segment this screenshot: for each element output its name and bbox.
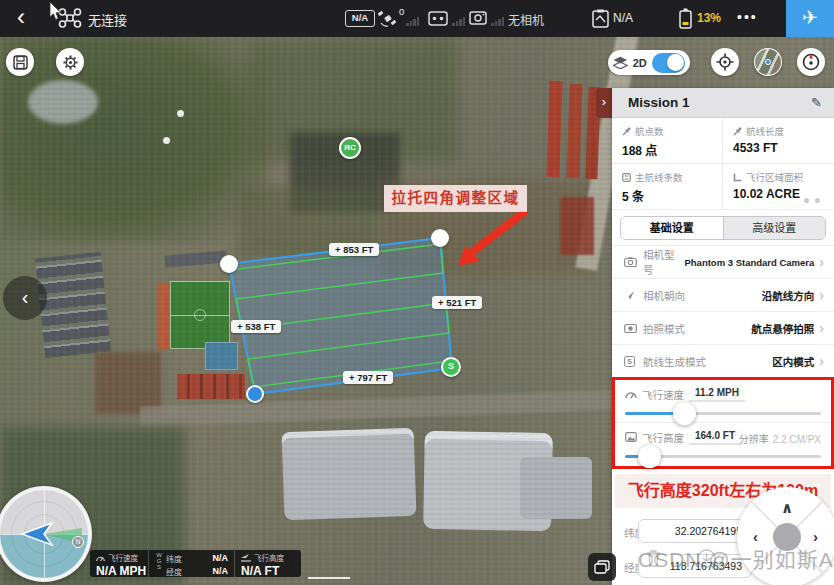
tab-basic-settings[interactable]: 基础设置 — [621, 217, 723, 239]
settings-tabs: 基础设置 高级设置 — [612, 210, 834, 245]
setting-camera-model[interactable]: 相机型号 Phantom 3 Standard Camera › — [612, 245, 834, 278]
compass-reset-button[interactable] — [797, 48, 825, 76]
toggle-knob — [667, 54, 684, 71]
resolution-value: 2.2 CM/PX — [773, 434, 821, 445]
locate-button[interactable] — [711, 48, 739, 76]
photos-button[interactable] — [588, 553, 616, 581]
chevron-right-icon: › — [819, 254, 824, 270]
more-menu-button[interactable]: ••• — [737, 9, 758, 25]
polygon-handle-bottom-left[interactable] — [246, 385, 264, 403]
back-button[interactable]: ‹ — [8, 3, 34, 33]
gear-icon — [62, 54, 79, 71]
save-icon — [13, 55, 28, 70]
mission-header: Mission 1 ✎ — [612, 88, 834, 118]
telemetry-coordinates: WGS 纬度N/A 经度N/A — [148, 550, 234, 577]
takeoff-button[interactable]: ✈ — [786, 0, 834, 37]
waypoint-icon — [622, 127, 631, 136]
rc-location-marker: RC — [339, 137, 361, 159]
telemetry-altitude: 飞行高度 N/A FT — [234, 550, 300, 577]
minimap-button[interactable] — [754, 48, 782, 76]
edge-length-top: + 853 FT — [329, 243, 379, 256]
north-badge: N — [72, 536, 84, 548]
camera-signal-icon — [469, 11, 487, 25]
stacked-photos-icon — [594, 560, 610, 574]
rc-signal-bars — [452, 17, 465, 26]
edge-length-right: + 521 FT — [432, 296, 482, 309]
chevron-right-icon: › — [819, 353, 824, 369]
telemetry-speed: 飞行速度 N/A MPH — [90, 550, 148, 577]
panel-collapse-tab[interactable]: › — [596, 88, 612, 118]
stat-route-length: 航线长度 4533 FT — [723, 118, 834, 164]
flight-sliders-highlight: 飞行速度 11.2 MPH 飞行高度 164.0 FT 分辨率2.2 CM/PX — [612, 377, 834, 469]
polygon-handle-top-left[interactable] — [220, 255, 238, 273]
satellite-count: 0 — [399, 6, 404, 17]
stat-waypoints: 航点数 188 点 — [612, 118, 723, 164]
slider-thumb[interactable] — [673, 402, 696, 425]
telemetry-bar: 飞行速度 N/A MPH WGS 纬度N/A 经度N/A 飞行高度 N/A FT — [90, 550, 301, 577]
chevron-right-icon: › — [819, 287, 824, 303]
start-point-marker[interactable]: S — [441, 357, 461, 377]
status-bar: ‹ 无连接 N/A 0 — [0, 0, 834, 37]
speedometer-icon — [96, 554, 105, 562]
altitude-icon — [625, 432, 637, 442]
camera-signal-bars — [491, 17, 504, 26]
nudge-up-button[interactable]: ∧ — [781, 499, 793, 517]
mission-stats: 航点数 188 点 航线长度 4533 FT 主航线条数 5 条 飞行区域面积 … — [612, 118, 834, 210]
stat-area: 飞行区域面积 10.02 ACRE — [723, 164, 834, 210]
battery-icon — [678, 8, 693, 29]
minimap-thumbnail — [755, 49, 781, 75]
flight-mode-value: N/A — [613, 11, 633, 25]
edit-mission-icon[interactable]: ✎ — [811, 95, 822, 110]
route-length-icon — [733, 127, 742, 136]
map-poi-dot — [177, 110, 184, 117]
map-scale-bar — [308, 577, 350, 579]
wgs-label: WGS — [155, 552, 162, 577]
2d-mode-toggle[interactable] — [652, 53, 685, 73]
resolution-label: 分辨率 — [739, 434, 769, 445]
setting-route-generation[interactable]: S 航线生成模式 区内模式 › — [612, 344, 834, 377]
map-mode-label: 2D — [633, 57, 647, 69]
mouse-cursor — [49, 2, 63, 21]
app-window: S RC + 853 FT + 521 FT + 538 FT + 797 FT… — [0, 0, 834, 585]
edge-length-left: + 538 FT — [231, 320, 281, 333]
layers-icon — [613, 56, 628, 69]
save-mission-button[interactable] — [6, 48, 34, 76]
stat-main-lines: 主航线条数 5 条 — [612, 164, 723, 210]
map-mode-control: 2D — [608, 50, 690, 75]
slider-thumb[interactable] — [638, 445, 661, 468]
camera-icon — [624, 257, 637, 267]
connection-status: 无连接 — [88, 10, 127, 29]
airplane-icon: ✈ — [802, 7, 818, 28]
speed-value: 11.2 MPH — [689, 386, 745, 402]
heading-wedge — [0, 490, 88, 578]
polygon-handle-top-right[interactable] — [431, 229, 449, 247]
chevron-right-icon: › — [819, 320, 824, 336]
s-mode-icon: S — [624, 356, 635, 367]
map-poi-dot — [163, 137, 170, 144]
latitude-input[interactable]: 32.202764195 — [638, 519, 752, 543]
altitude-slider-row: 飞行高度 164.0 FT 分辨率2.2 CM/PX — [615, 423, 831, 466]
flight-mode-clipboard-icon — [592, 9, 609, 28]
gps-mode-badge: N/A — [345, 10, 375, 27]
setting-capture-mode[interactable]: 拍照模式 航点悬停拍照 › — [612, 311, 834, 344]
drag-corners-hint: 拉托四角调整区域 — [384, 185, 527, 212]
remote-controller-icon — [428, 11, 448, 26]
speedometer-icon — [625, 389, 637, 399]
altitude-slider-track[interactable] — [625, 455, 821, 458]
battery-percent: 13% — [697, 11, 721, 25]
tab-advanced-settings[interactable]: 高级设置 — [723, 217, 826, 239]
area-ruler-icon — [733, 173, 742, 182]
chevron-left-icon: ‹ — [22, 286, 29, 308]
watermark: CSDN @一别如斯AA — [638, 543, 834, 573]
setting-camera-heading[interactable]: 相机朝向 沿航线方向 › — [612, 278, 834, 311]
stats-pagination-dots — [804, 198, 820, 203]
left-drawer-handle[interactable]: ‹ — [3, 276, 47, 320]
camera-status: 无相机 — [508, 11, 544, 28]
gps-signal-bars — [406, 17, 419, 26]
mission-settings-button[interactable] — [56, 48, 84, 76]
speed-slider-row: 飞行速度 11.2 MPH — [615, 380, 831, 423]
main-lines-icon — [622, 173, 631, 182]
altitude-value: 164.0 FT — [689, 429, 741, 445]
speed-slider-track[interactable] — [625, 412, 821, 415]
crosshair-icon — [716, 53, 734, 71]
